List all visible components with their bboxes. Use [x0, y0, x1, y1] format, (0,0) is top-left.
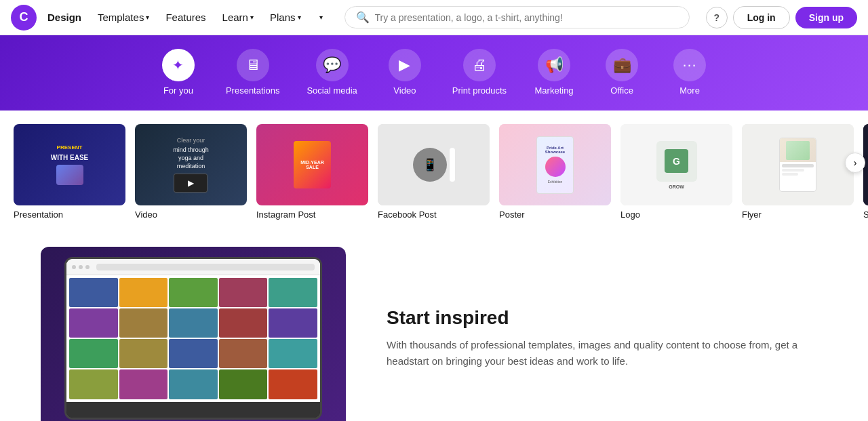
marketing-icon: 📢	[538, 49, 570, 81]
template-thumb-flyer	[742, 124, 854, 205]
template-label-social-media: Social Media	[863, 209, 868, 220]
template-label-video: Video	[135, 209, 247, 220]
logo-letter: C	[20, 10, 28, 24]
category-for-you[interactable]: ✦ For you	[144, 45, 212, 100]
nav-design[interactable]: Templates ▾	[92, 9, 155, 26]
inspired-section: Start inspired With thousands of profess…	[0, 226, 868, 421]
print-products-icon: 🖨	[463, 49, 496, 81]
chevron-down-icon: ▾	[250, 14, 254, 21]
grid-cell	[269, 369, 317, 399]
chevron-down-icon: ▾	[298, 14, 301, 21]
grid-cell	[169, 308, 218, 338]
template-label-instagram: Instagram Post	[256, 209, 368, 220]
grid-cell	[69, 369, 118, 399]
template-thumb-logo: G GROW	[620, 124, 732, 205]
category-presentations-label: Presentations	[226, 85, 280, 96]
chevron-right-icon: ›	[854, 157, 857, 168]
search-input[interactable]	[375, 12, 678, 23]
inspired-title: Start inspired	[387, 307, 827, 329]
template-label-presentation: Presentation	[14, 209, 125, 220]
nav-home[interactable]: Design	[42, 9, 87, 26]
templates-section: PRESENT WITH EASE Presentation Clear you…	[0, 111, 868, 226]
nav-templates[interactable]: Features	[160, 9, 211, 26]
grid-cell	[219, 339, 268, 368]
signup-button[interactable]: Sign up	[795, 7, 857, 28]
laptop-base	[66, 402, 320, 418]
grid-cell	[269, 339, 317, 368]
canva-logo[interactable]: C	[11, 5, 37, 31]
category-for-you-label: For you	[163, 85, 193, 96]
category-video-label: Video	[393, 85, 416, 96]
url-bar	[96, 264, 315, 270]
office-icon: 💼	[606, 49, 638, 81]
inspired-text-block: Start inspired With thousands of profess…	[387, 307, 827, 369]
video-icon: ▶	[389, 49, 421, 81]
grid-cell	[169, 369, 218, 399]
template-card-facebook[interactable]: 📱 Facebook Post	[378, 124, 490, 220]
browser-dot	[85, 265, 90, 269]
templates-row: PRESENT WITH EASE Presentation Clear you…	[14, 124, 868, 220]
laptop-mockup	[64, 257, 322, 420]
nav-plans[interactable]: ▾	[312, 11, 328, 24]
category-more-label: More	[679, 85, 700, 96]
grid-cell	[219, 308, 268, 338]
login-button[interactable]: Log in	[733, 6, 790, 29]
template-thumb-instagram: MID-YEARSALE	[256, 124, 368, 205]
grid-cell	[119, 339, 168, 368]
category-office[interactable]: 💼 Office	[588, 45, 656, 100]
category-marketing-label: Marketing	[535, 85, 574, 96]
chevron-down-icon: ▾	[146, 14, 149, 21]
grid-cell	[219, 278, 268, 307]
grid-cell	[119, 278, 168, 307]
inspired-description: With thousands of professional templates…	[387, 337, 827, 369]
category-office-label: Office	[610, 85, 633, 96]
laptop-browser-bar	[66, 259, 320, 275]
grid-cell	[169, 278, 218, 307]
template-label-flyer: Flyer	[742, 209, 854, 220]
category-social-media[interactable]: 💬 Social media	[293, 45, 370, 100]
template-card-social-media[interactable]: 📱 Social Media	[863, 124, 868, 220]
template-card-instagram[interactable]: MID-YEARSALE Instagram Post	[256, 124, 368, 220]
presentations-icon: 🖥	[237, 49, 269, 81]
template-card-presentation[interactable]: PRESENT WITH EASE Presentation	[14, 124, 125, 220]
search-bar[interactable]: 🔍	[344, 6, 690, 28]
template-thumb-poster: Pride ArtShowcase Exhibition	[499, 124, 611, 205]
category-print-products[interactable]: 🖨 Print products	[439, 45, 520, 100]
category-bar: ✦ For you 🖥 Presentations 💬 Social media…	[0, 35, 868, 111]
template-thumb-presentation: PRESENT WITH EASE	[14, 124, 125, 205]
help-icon: ?	[713, 12, 719, 23]
category-more[interactable]: ··· More	[656, 45, 724, 100]
more-icon: ···	[673, 49, 706, 81]
browser-dot	[72, 265, 76, 269]
social-media-icon: 💬	[316, 49, 349, 81]
category-video[interactable]: ▶ Video	[371, 45, 439, 100]
grid-cell	[69, 308, 118, 338]
template-card-video[interactable]: Clear your mind through yoga and meditat…	[135, 124, 247, 220]
nav-features[interactable]: Learn ▾	[217, 9, 259, 26]
template-label-logo: Logo	[620, 209, 732, 220]
category-print-products-label: Print products	[452, 85, 507, 96]
chevron-down-icon: ▾	[319, 14, 323, 21]
grid-cell	[269, 278, 317, 307]
template-label-facebook: Facebook Post	[378, 209, 490, 220]
search-icon: 🔍	[356, 11, 370, 24]
for-you-icon: ✦	[162, 49, 195, 81]
template-card-logo[interactable]: G GROW Logo	[620, 124, 732, 220]
category-marketing[interactable]: 📢 Marketing	[520, 45, 588, 100]
template-card-flyer[interactable]: Flyer	[742, 124, 854, 220]
category-social-media-label: Social media	[307, 85, 357, 96]
grid-cell	[269, 308, 317, 338]
grid-cell	[119, 308, 168, 338]
grid-cell	[69, 339, 118, 368]
help-button[interactable]: ?	[706, 7, 728, 28]
templates-next-button[interactable]: ›	[845, 153, 865, 173]
template-thumb-video: Clear your mind through yoga and meditat…	[135, 124, 247, 205]
navbar: C Design Templates ▾ Features Learn ▾ Pl…	[0, 0, 868, 35]
nav-learn[interactable]: Plans ▾	[264, 9, 307, 26]
laptop-grid	[66, 275, 320, 402]
grid-cell	[169, 339, 218, 368]
template-card-poster[interactable]: Pride ArtShowcase Exhibition Poster	[499, 124, 611, 220]
browser-dot	[79, 265, 83, 269]
category-presentations[interactable]: 🖥 Presentations	[212, 45, 294, 100]
inspired-image	[41, 247, 346, 421]
